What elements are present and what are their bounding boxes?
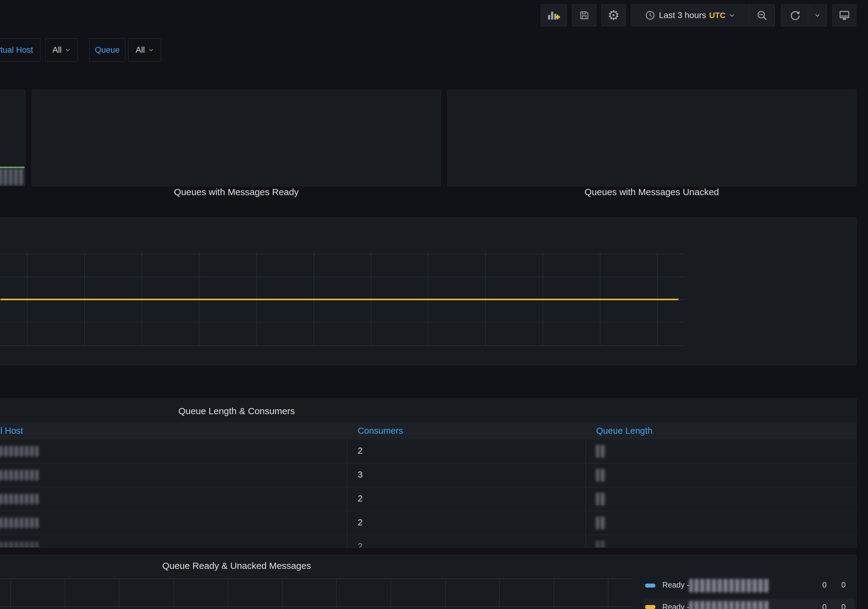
- gridline: [0, 299, 684, 300]
- chevron-down-icon: [814, 12, 821, 19]
- gridline: [553, 578, 554, 609]
- panel-title[interactable]: Queue Ready & Unacked Messages: [162, 561, 311, 571]
- gridline: [27, 252, 28, 346]
- gridline: [0, 322, 684, 323]
- refresh-button[interactable]: [781, 5, 808, 26]
- gridline: [0, 253, 684, 254]
- cutoff-stat-panel[interactable]: [0, 90, 25, 186]
- refresh-icon: [789, 9, 801, 21]
- redacted-vhost-name: [0, 470, 39, 480]
- redacted-queue-length: [596, 540, 606, 548]
- column-divider: [347, 439, 347, 548]
- dashboard-settings-button[interactable]: ⚙: [601, 4, 626, 26]
- panel-title[interactable]: Queue Length & Consumers: [178, 406, 295, 416]
- time-range-label: Last 3 hours: [659, 11, 706, 20]
- time-range-group: Last 3 hours UTC: [631, 4, 775, 26]
- gridline: [485, 252, 486, 346]
- gridline: [0, 277, 684, 277]
- gridline: [445, 578, 446, 609]
- virtual-host-label-text: Virtual Host: [0, 45, 33, 55]
- row-divider: [0, 463, 856, 464]
- gridline: [428, 252, 428, 346]
- row-divider: [0, 535, 856, 535]
- legend-series-label[interactable]: Ready -: [662, 581, 689, 589]
- gridline: [391, 578, 391, 609]
- column-header-consumers[interactable]: Consumers: [358, 426, 403, 436]
- zoom-out-icon: [756, 10, 767, 21]
- legend-series-label[interactable]: Ready -: [662, 603, 689, 609]
- virtual-host-value: All: [53, 45, 62, 55]
- redacted-vhost-name: [0, 518, 39, 528]
- monitor-icon: [839, 9, 850, 21]
- gridline: [0, 578, 632, 579]
- series-color-dash: [645, 605, 655, 609]
- redacted-queue-length: [596, 493, 606, 505]
- consumers-cell: 2: [358, 446, 363, 456]
- refresh-group: [781, 4, 827, 26]
- redacted-vhost-name: [0, 494, 39, 504]
- series-color-dash: [645, 584, 655, 587]
- cycle-view-mode-button[interactable]: [832, 4, 856, 26]
- gridline: [119, 578, 119, 609]
- column-header-virtual-host[interactable]: Virtual Host: [0, 426, 23, 436]
- table-header-row: Virtual Host Consumers Queue Length: [0, 422, 856, 439]
- gridline: [371, 252, 372, 346]
- panel-title[interactable]: Queues with Messages Unacked: [448, 187, 856, 197]
- gridline: [542, 252, 543, 346]
- stat-panel-messages-unacked: Queues with Messages Unacked 0: [447, 90, 856, 186]
- stat-panel-messages-ready: Queues with Messages Ready 0: [32, 90, 441, 186]
- row-divider: [0, 487, 856, 487]
- column-header-queue-length[interactable]: Queue Length: [596, 426, 653, 436]
- consumers-cell: 2: [358, 493, 363, 504]
- gridline: [142, 252, 142, 346]
- redacted-series-name: [689, 579, 769, 592]
- gridline: [0, 606, 632, 607]
- zoom-out-button[interactable]: [749, 5, 775, 26]
- timezone-label: UTC: [709, 11, 725, 20]
- vhost-plot-area[interactable]: [0, 218, 685, 366]
- save-icon: [579, 10, 590, 21]
- panel-title[interactable]: Queues with Messages Ready: [32, 187, 441, 197]
- redacted-series-name: [689, 601, 769, 609]
- row-divider: [0, 511, 856, 511]
- queue-table-panel: Queue Length & Consumers Virtual Host Co…: [0, 398, 857, 548]
- gridline: [657, 252, 658, 346]
- save-dashboard-button[interactable]: [572, 4, 597, 26]
- queue-variable-dropdown[interactable]: All: [129, 38, 161, 62]
- time-range-picker[interactable]: Last 3 hours UTC: [631, 5, 749, 26]
- add-panel-icon: [547, 10, 560, 21]
- gridline: [499, 578, 500, 609]
- redacted-queue-length: [596, 516, 606, 529]
- gridline: [600, 252, 600, 346]
- gridline: [313, 252, 314, 346]
- clock-icon: [645, 10, 655, 20]
- gridline: [199, 252, 200, 346]
- refresh-interval-dropdown[interactable]: [808, 5, 827, 26]
- redacted-queue-length: [596, 469, 606, 482]
- gridline: [11, 578, 11, 609]
- redacted-sparkline-area: [0, 168, 25, 185]
- gridline: [65, 578, 65, 609]
- gridline: [174, 578, 174, 609]
- gridline: [336, 578, 337, 609]
- queue-label-text: Queue: [95, 45, 119, 55]
- add-panel-button[interactable]: [541, 4, 567, 26]
- queue-value: All: [135, 45, 145, 55]
- gridline: [282, 578, 282, 609]
- gridline: [608, 578, 608, 609]
- queue-variable-label: Queue: [89, 38, 126, 62]
- legend-max-value: 0: [808, 581, 827, 589]
- chevron-down-icon: [728, 12, 735, 19]
- virtual-host-variable-dropdown[interactable]: All: [45, 38, 78, 62]
- chevron-down-icon: [148, 47, 154, 53]
- redacted-vhost-name: [0, 446, 39, 456]
- redacted-queue-length: [596, 445, 606, 458]
- legend-max-value: 0: [808, 603, 827, 609]
- gear-icon: ⚙: [608, 9, 619, 22]
- virtual-host-variable-label: Virtual Host: [0, 38, 40, 62]
- gridline: [84, 252, 85, 346]
- gridline: [256, 252, 257, 346]
- column-divider: [586, 439, 586, 548]
- gridline: [0, 345, 684, 346]
- consumers-cell: 3: [358, 470, 363, 480]
